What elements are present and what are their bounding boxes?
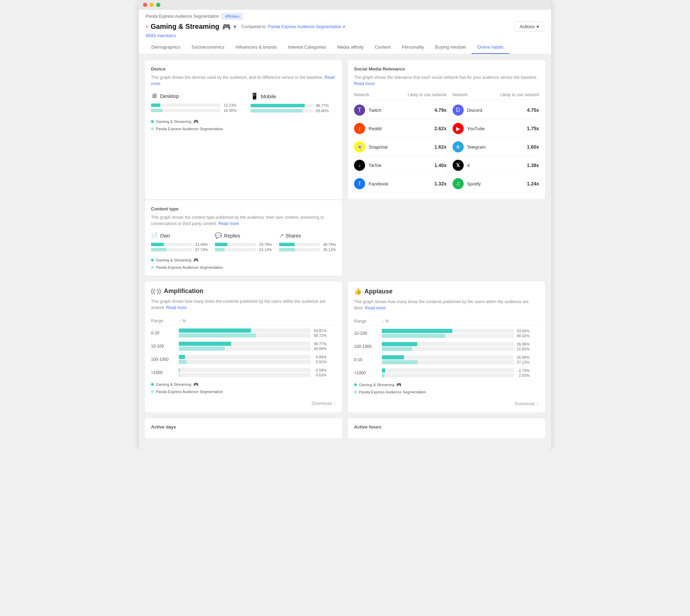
content-legend-1: Gaming & Streaming 🎮: [151, 258, 336, 263]
device-desc-text: This graph shows the devices used by the…: [151, 75, 323, 80]
amp-bar-track-6: [179, 360, 311, 364]
amp-range-gt1000: >1000: [151, 370, 179, 375]
social-columns: Network Likely to use network T Twitch 4…: [354, 92, 539, 193]
segment-chevron-icon[interactable]: ▾: [234, 24, 236, 30]
tiktok-icon: ♪: [354, 160, 365, 171]
applause-bar-row-5: 16.89%: [382, 355, 539, 359]
applause-bar-track-6: [382, 360, 514, 364]
amp-download-button[interactable]: Download ↓: [312, 401, 336, 406]
segment-dot: ●: [146, 25, 148, 28]
replies-item: 💬 Replies 29.78%: [215, 232, 272, 253]
amp-bar-row-5: 4.84%: [179, 355, 336, 359]
amp-bar-row-1: 54.81%: [179, 328, 336, 333]
social-row-youtube: ▶ YouTube 1.75x: [453, 119, 539, 138]
row-2: ((·)) Amplification This graph shows how…: [144, 281, 546, 413]
applause-range-100-1000: 100-1000: [354, 344, 382, 349]
close-icon[interactable]: [143, 3, 147, 7]
amp-bar-label-7: 0.58%: [313, 368, 327, 372]
applause-legend-light-dot: [354, 391, 357, 393]
applause-title-text: Applause: [364, 288, 393, 295]
breadcrumb: Panda Express Audience Segmentation Affi…: [146, 13, 544, 19]
applause-bars-gt1000: 2.74% 2.03%: [382, 368, 539, 377]
spotify-name: Spotify: [467, 181, 522, 186]
social-read-more[interactable]: Read more: [354, 81, 375, 86]
content-type-read-more[interactable]: Read more: [218, 221, 239, 226]
youtube-name: YouTube: [467, 126, 522, 131]
applause-legend-icon: 🎮: [396, 382, 402, 387]
facebook-name: Facebook: [369, 181, 429, 186]
tab-demographics[interactable]: Demographics: [146, 41, 186, 54]
amp-bars-gt1000: 0.58% 0.63%: [179, 368, 336, 377]
applause-table-header: Range ↓ %: [354, 317, 539, 326]
twitch-name: Twitch: [369, 108, 429, 113]
applause-percent-label: %: [385, 319, 389, 324]
amp-range-100-1000: 100-1000: [151, 357, 179, 362]
mobile-icon: 📱: [251, 92, 258, 100]
content-legend-1-label: Gaming & Streaming: [156, 258, 191, 262]
tab-online-habits[interactable]: Online habits: [472, 41, 509, 54]
legend-light-dot: [151, 127, 154, 130]
amp-percent-label: %: [182, 318, 186, 323]
affinities-badge[interactable]: Affinities: [222, 13, 242, 19]
amp-bar-label-4: 34.84%: [313, 347, 327, 351]
twitch-value: 4.79x: [429, 107, 447, 113]
applause-bar-label-7: 2.74%: [516, 368, 530, 373]
applause-bar-label-2: 48.02%: [516, 334, 530, 338]
tab-buying[interactable]: Buying mindset: [430, 41, 472, 54]
compared-to-link[interactable]: Panda Express Audience Segmentation: [268, 24, 342, 29]
twitch-icon: T: [354, 105, 365, 116]
social-media-card: Social Media Relevance The graph shows t…: [347, 60, 546, 200]
replies-label-1: 29.78%: [258, 242, 272, 247]
tab-interest[interactable]: Interest Categories: [283, 41, 332, 54]
replies-label: Replies: [224, 233, 240, 239]
applause-bar-row-1: 53.50%: [382, 329, 539, 333]
social-likely-col-label: Likely to use network: [407, 92, 446, 97]
amp-bar-label-2: 58.72%: [313, 333, 327, 338]
device-desc: This graph shows the devices used by the…: [151, 74, 336, 87]
youtube-icon: ▶: [453, 123, 464, 134]
compared-to-chevron-icon[interactable]: ▾: [343, 24, 345, 29]
tab-socioeconomics[interactable]: Socioeconomics: [186, 41, 230, 54]
maximize-icon[interactable]: [156, 3, 160, 7]
minimize-icon[interactable]: [150, 3, 154, 7]
social-network-col-label: Network: [354, 92, 369, 97]
amp-legend: Gaming & Streaming 🎮 Panda Express Audie…: [151, 382, 336, 394]
amp-read-more[interactable]: Read more: [166, 305, 186, 310]
applause-bar-fill-1: [382, 329, 452, 333]
applause-title: 👍 Applause: [354, 288, 539, 295]
mobile-bar-1: 86.77%: [251, 103, 336, 108]
amp-bar-label-1: 54.81%: [313, 328, 327, 333]
amp-legend-1: Gaming & Streaming 🎮: [151, 382, 336, 387]
amp-bar-row-7: 0.58%: [179, 368, 336, 372]
desktop-bar-track-1: [151, 103, 221, 107]
device-title: Device: [151, 66, 336, 72]
tab-influencers[interactable]: Influencers & brands: [230, 41, 282, 54]
applause-sort-icon: ↓: [382, 319, 384, 324]
replies-bar-track-2: [215, 248, 256, 251]
social-row-facebook: f Facebook 1.32x: [354, 175, 447, 193]
desktop-bar-1: 13.23%: [151, 103, 237, 107]
youtube-value: 1.75x: [522, 126, 539, 131]
applause-bar-fill-2: [382, 334, 445, 338]
x-icon: 𝕏: [453, 160, 464, 171]
amp-bar-row-8: 0.63%: [179, 373, 336, 377]
mobile-bar-fill-2: [251, 109, 303, 113]
desktop-header: 🖥 Desktop: [151, 92, 237, 100]
applause-bar-label-5: 16.89%: [516, 355, 530, 359]
applause-read-more[interactable]: Read more: [365, 306, 385, 310]
amp-bar-track-7: [179, 368, 311, 372]
tab-media[interactable]: Media affinity: [332, 41, 369, 54]
snapchat-icon: 👻: [354, 141, 365, 152]
own-bar-fill-1: [151, 243, 164, 246]
applause-bar-track-3: [382, 342, 514, 346]
own-item: 📄 Own 31.48%: [151, 232, 208, 253]
shares-icon: ↗: [279, 232, 284, 239]
own-bar-2: 37.74%: [151, 248, 208, 252]
tab-personality[interactable]: Personality: [396, 41, 429, 54]
amp-bar-track-3: [179, 342, 311, 346]
actions-button[interactable]: Actions ▾: [514, 22, 544, 32]
applause-bar-track-4: [382, 347, 514, 351]
amp-bar-track-5: [179, 355, 311, 359]
tab-content[interactable]: Content: [369, 41, 396, 54]
applause-download-button[interactable]: Download ↓: [515, 401, 539, 406]
